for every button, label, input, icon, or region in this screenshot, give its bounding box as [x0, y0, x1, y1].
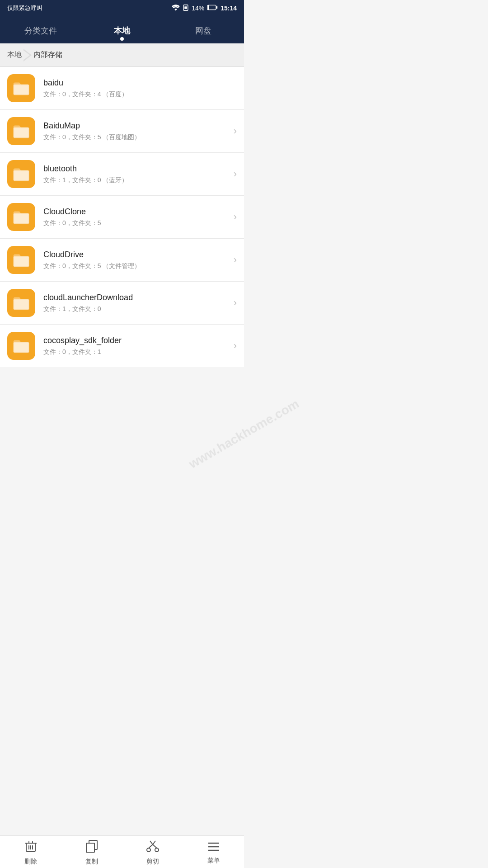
file-info: bluetooth 文件：1，文件夹：0 （蓝牙） [35, 164, 230, 184]
chevron-right-icon: › [234, 125, 237, 137]
file-name: CloudDrive [43, 250, 230, 259]
file-name: cloudLauncherDownload [43, 293, 230, 302]
folder-icon [7, 332, 35, 360]
file-info: CloudClone 文件：0，文件夹：5 [35, 207, 230, 227]
list-item[interactable]: BaiduMap 文件：0，文件夹：5 （百度地图） › [0, 110, 244, 153]
status-bar: 仅限紧急呼叫 14% 15:14 [0, 0, 244, 16]
list-item[interactable]: bluetooth 文件：1，文件夹：0 （蓝牙） › [0, 153, 244, 196]
sim-icon [183, 5, 189, 12]
file-info: BaiduMap 文件：0，文件夹：5 （百度地图） [35, 121, 230, 142]
file-info: CloudDrive 文件：0，文件夹：5 （文件管理） [35, 250, 230, 270]
list-item[interactable]: baidu 文件：0，文件夹：4 （百度） [0, 67, 244, 110]
file-name: BaiduMap [43, 121, 230, 131]
breadcrumb: 本地 内部存储 [0, 43, 244, 67]
file-info: baidu 文件：0，文件夹：4 （百度） [35, 78, 237, 99]
file-meta: 文件：0，文件夹：5 （文件管理） [43, 262, 230, 270]
folder-icon [7, 74, 35, 102]
list-item[interactable]: cloudLauncherDownload 文件：1，文件夹：0 › [0, 282, 244, 325]
folder-icon [7, 289, 35, 317]
file-meta: 文件：1，文件夹：0 [43, 305, 230, 313]
tab-classify[interactable]: 分类文件 [0, 18, 81, 42]
svg-rect-3 [216, 6, 217, 9]
status-right: 14% 15:14 [172, 5, 237, 12]
svg-rect-1 [184, 6, 187, 9]
wifi-icon [172, 5, 180, 12]
watermark: www.hackhome.com [187, 396, 244, 434]
file-list: baidu 文件：0，文件夹：4 （百度） BaiduMap 文件：0，文件夹：… [0, 67, 244, 367]
chevron-right-icon: › [234, 254, 237, 266]
file-name: CloudClone [43, 207, 230, 217]
file-name: bluetooth [43, 164, 230, 174]
file-meta: 文件：1，文件夹：0 （蓝牙） [43, 176, 230, 184]
list-item[interactable]: CloudClone 文件：0，文件夹：5 › [0, 196, 244, 239]
list-item[interactable]: CloudDrive 文件：0，文件夹：5 （文件管理） › [0, 239, 244, 282]
chevron-right-icon: › [234, 211, 237, 223]
tab-cloud[interactable]: 网盘 [163, 18, 244, 42]
file-info: cocosplay_sdk_folder 文件：0，文件夹：1 [35, 336, 230, 356]
battery-text: 14% [192, 5, 204, 12]
file-name: baidu [43, 78, 237, 88]
tab-local[interactable]: 本地 [81, 18, 163, 42]
file-meta: 文件：0，文件夹：4 （百度） [43, 90, 237, 99]
folder-icon [7, 246, 35, 274]
folder-icon [7, 117, 35, 145]
file-meta: 文件：0，文件夹：5 （百度地图） [43, 133, 230, 142]
list-item[interactable]: cocosplay_sdk_folder 文件：0，文件夹：1 › [0, 325, 244, 367]
file-meta: 文件：0，文件夹：5 [43, 219, 230, 227]
chevron-right-icon: › [234, 340, 237, 352]
chevron-right-icon: › [234, 297, 237, 309]
svg-rect-4 [208, 5, 209, 9]
breadcrumb-internal-storage[interactable]: 内部存储 [33, 50, 62, 60]
file-info: cloudLauncherDownload 文件：1，文件夹：0 [35, 293, 230, 313]
chevron-right-icon: › [234, 168, 237, 180]
emergency-text: 仅限紧急呼叫 [7, 4, 42, 12]
breadcrumb-separator [23, 49, 32, 61]
file-name: cocosplay_sdk_folder [43, 336, 230, 345]
time-display: 15:14 [221, 5, 237, 12]
folder-icon [7, 203, 35, 231]
header-tabs: 分类文件 本地 网盘 [0, 16, 244, 43]
breadcrumb-local[interactable]: 本地 [7, 50, 22, 60]
folder-icon [7, 160, 35, 188]
battery-icon [207, 5, 218, 12]
file-meta: 文件：0，文件夹：1 [43, 348, 230, 356]
